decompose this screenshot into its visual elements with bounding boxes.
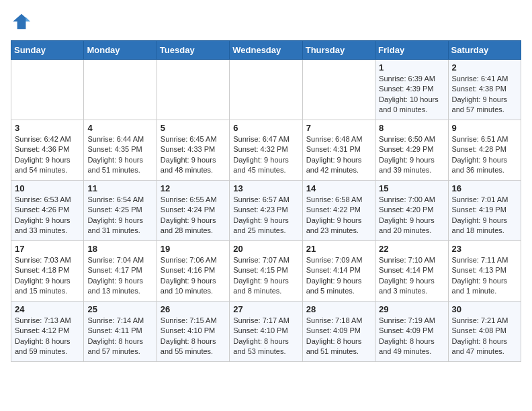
day-detail: Sunrise: 7:07 AM Sunset: 4:15 PM Dayligh… (233, 255, 298, 297)
day-number: 15 (379, 183, 444, 193)
day-cell: 18Sunrise: 7:04 AM Sunset: 4:17 PM Dayli… (84, 241, 157, 302)
day-detail: Sunrise: 6:41 AM Sunset: 4:38 PM Dayligh… (452, 74, 517, 116)
day-cell: 5Sunrise: 6:45 AM Sunset: 4:33 PM Daylig… (157, 120, 229, 181)
day-cell (230, 60, 302, 120)
day-cell: 14Sunrise: 6:58 AM Sunset: 4:22 PM Dayli… (302, 181, 375, 241)
day-detail: Sunrise: 7:11 AM Sunset: 4:13 PM Dayligh… (452, 255, 517, 297)
day-number: 13 (233, 183, 298, 193)
day-detail: Sunrise: 6:58 AM Sunset: 4:22 PM Dayligh… (306, 195, 371, 236)
day-number: 25 (87, 304, 152, 314)
svg-marker-1 (26, 17, 30, 21)
day-cell: 17Sunrise: 7:03 AM Sunset: 4:18 PM Dayli… (11, 241, 84, 302)
day-cell: 21Sunrise: 7:09 AM Sunset: 4:14 PM Dayli… (302, 241, 375, 302)
day-number: 9 (452, 123, 517, 133)
day-detail: Sunrise: 6:47 AM Sunset: 4:32 PM Dayligh… (233, 134, 298, 176)
day-detail: Sunrise: 7:19 AM Sunset: 4:09 PM Dayligh… (379, 316, 444, 357)
day-detail: Sunrise: 6:55 AM Sunset: 4:24 PM Dayligh… (161, 195, 226, 236)
day-number: 21 (306, 244, 371, 254)
day-detail: Sunrise: 7:04 AM Sunset: 4:17 PM Dayligh… (87, 255, 152, 297)
day-cell (157, 60, 229, 120)
day-number: 1 (379, 62, 444, 73)
col-header-sunday: Sunday (11, 41, 84, 60)
day-detail: Sunrise: 7:06 AM Sunset: 4:16 PM Dayligh… (161, 255, 226, 297)
week-row-3: 10Sunrise: 6:53 AM Sunset: 4:26 PM Dayli… (11, 181, 521, 241)
day-number: 19 (161, 244, 226, 254)
day-cell: 8Sunrise: 6:50 AM Sunset: 4:29 PM Daylig… (375, 120, 448, 181)
day-cell (11, 60, 84, 120)
day-cell: 28Sunrise: 7:18 AM Sunset: 4:09 PM Dayli… (302, 302, 375, 362)
calendar-table: SundayMondayTuesdayWednesdayThursdayFrid… (11, 40, 521, 362)
day-cell: 12Sunrise: 6:55 AM Sunset: 4:24 PM Dayli… (157, 181, 229, 241)
day-cell: 23Sunrise: 7:11 AM Sunset: 4:13 PM Dayli… (448, 241, 521, 302)
day-number: 24 (15, 304, 80, 314)
day-cell (84, 60, 157, 120)
day-detail: Sunrise: 7:14 AM Sunset: 4:11 PM Dayligh… (87, 316, 152, 357)
day-cell: 30Sunrise: 7:21 AM Sunset: 4:08 PM Dayli… (448, 302, 521, 362)
day-number: 5 (161, 123, 226, 133)
day-cell: 27Sunrise: 7:17 AM Sunset: 4:10 PM Dayli… (230, 302, 302, 362)
day-detail: Sunrise: 7:17 AM Sunset: 4:10 PM Dayligh… (233, 316, 298, 357)
day-cell: 15Sunrise: 7:00 AM Sunset: 4:20 PM Dayli… (375, 181, 448, 241)
day-cell: 13Sunrise: 6:57 AM Sunset: 4:23 PM Dayli… (230, 181, 302, 241)
week-row-1: 1Sunrise: 6:39 AM Sunset: 4:39 PM Daylig… (11, 60, 521, 120)
col-header-saturday: Saturday (448, 41, 521, 60)
week-row-2: 3Sunrise: 6:42 AM Sunset: 4:36 PM Daylig… (11, 120, 521, 181)
logo-icon (11, 11, 32, 32)
day-detail: Sunrise: 7:01 AM Sunset: 4:19 PM Dayligh… (452, 195, 517, 236)
col-header-friday: Friday (375, 41, 448, 60)
day-number: 6 (233, 123, 298, 133)
day-cell: 4Sunrise: 6:44 AM Sunset: 4:35 PM Daylig… (84, 120, 157, 181)
day-cell: 24Sunrise: 7:13 AM Sunset: 4:12 PM Dayli… (11, 302, 84, 362)
day-number: 18 (87, 244, 152, 254)
day-number: 2 (452, 62, 517, 73)
day-detail: Sunrise: 7:09 AM Sunset: 4:14 PM Dayligh… (306, 255, 371, 297)
day-cell: 19Sunrise: 7:06 AM Sunset: 4:16 PM Dayli… (157, 241, 229, 302)
logo (11, 11, 35, 32)
day-number: 12 (161, 183, 226, 193)
day-cell: 26Sunrise: 7:15 AM Sunset: 4:10 PM Dayli… (157, 302, 229, 362)
day-number: 14 (306, 183, 371, 193)
day-detail: Sunrise: 7:18 AM Sunset: 4:09 PM Dayligh… (306, 316, 371, 357)
day-number: 17 (15, 244, 80, 254)
day-detail: Sunrise: 6:48 AM Sunset: 4:31 PM Dayligh… (306, 134, 371, 176)
day-cell: 1Sunrise: 6:39 AM Sunset: 4:39 PM Daylig… (375, 60, 448, 120)
day-detail: Sunrise: 6:53 AM Sunset: 4:26 PM Dayligh… (15, 195, 80, 236)
day-cell: 20Sunrise: 7:07 AM Sunset: 4:15 PM Dayli… (230, 241, 302, 302)
day-cell: 22Sunrise: 7:10 AM Sunset: 4:14 PM Dayli… (375, 241, 448, 302)
day-number: 30 (452, 304, 517, 314)
day-detail: Sunrise: 6:39 AM Sunset: 4:39 PM Dayligh… (379, 74, 444, 116)
day-detail: Sunrise: 7:21 AM Sunset: 4:08 PM Dayligh… (452, 316, 517, 357)
day-detail: Sunrise: 7:10 AM Sunset: 4:14 PM Dayligh… (379, 255, 444, 297)
day-number: 29 (379, 304, 444, 314)
day-number: 16 (452, 183, 517, 193)
page-header (11, 11, 521, 32)
day-number: 10 (15, 183, 80, 193)
day-detail: Sunrise: 6:50 AM Sunset: 4:29 PM Dayligh… (379, 134, 444, 176)
col-header-tuesday: Tuesday (157, 41, 229, 60)
day-cell: 10Sunrise: 6:53 AM Sunset: 4:26 PM Dayli… (11, 181, 84, 241)
day-cell: 2Sunrise: 6:41 AM Sunset: 4:38 PM Daylig… (448, 60, 521, 120)
day-detail: Sunrise: 6:54 AM Sunset: 4:25 PM Dayligh… (87, 195, 152, 236)
day-cell (302, 60, 375, 120)
week-row-4: 17Sunrise: 7:03 AM Sunset: 4:18 PM Dayli… (11, 241, 521, 302)
day-detail: Sunrise: 6:44 AM Sunset: 4:35 PM Dayligh… (87, 134, 152, 176)
col-header-thursday: Thursday (302, 41, 375, 60)
day-detail: Sunrise: 6:42 AM Sunset: 4:36 PM Dayligh… (15, 134, 80, 176)
day-cell: 25Sunrise: 7:14 AM Sunset: 4:11 PM Dayli… (84, 302, 157, 362)
day-detail: Sunrise: 7:13 AM Sunset: 4:12 PM Dayligh… (15, 316, 80, 357)
day-number: 22 (379, 244, 444, 254)
day-number: 11 (87, 183, 152, 193)
week-row-5: 24Sunrise: 7:13 AM Sunset: 4:12 PM Dayli… (11, 302, 521, 362)
col-header-wednesday: Wednesday (230, 41, 302, 60)
day-cell: 7Sunrise: 6:48 AM Sunset: 4:31 PM Daylig… (302, 120, 375, 181)
day-number: 3 (15, 123, 80, 133)
day-detail: Sunrise: 6:57 AM Sunset: 4:23 PM Dayligh… (233, 195, 298, 236)
col-header-monday: Monday (84, 41, 157, 60)
day-cell: 16Sunrise: 7:01 AM Sunset: 4:19 PM Dayli… (448, 181, 521, 241)
day-cell: 11Sunrise: 6:54 AM Sunset: 4:25 PM Dayli… (84, 181, 157, 241)
day-number: 8 (379, 123, 444, 133)
day-number: 23 (452, 244, 517, 254)
day-number: 28 (306, 304, 371, 314)
day-detail: Sunrise: 6:45 AM Sunset: 4:33 PM Dayligh… (161, 134, 226, 176)
day-number: 7 (306, 123, 371, 133)
